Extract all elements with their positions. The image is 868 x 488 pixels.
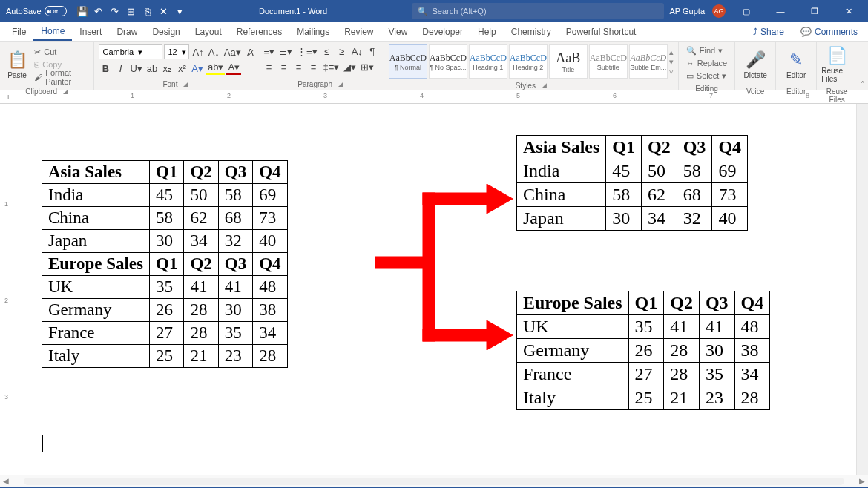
close-icon[interactable]: ✕ — [835, 0, 862, 22]
style-subtle-em[interactable]: AaBbCcDSubtle Em... — [629, 44, 668, 79]
styles-launcher-icon[interactable]: ◢ — [542, 82, 547, 90]
tab-developer[interactable]: Developer — [415, 22, 470, 41]
style-normal[interactable]: AaBbCcD¶ Normal — [389, 44, 427, 79]
tab-view[interactable]: View — [381, 22, 415, 41]
styles-more[interactable]: ▴▾▿ — [669, 47, 674, 76]
user-name[interactable]: AP Gupta — [670, 7, 706, 16]
tab-draw[interactable]: Draw — [109, 22, 145, 41]
line-spacing-icon[interactable]: ‡≡▾ — [321, 60, 341, 73]
page[interactable]: Asia SalesQ1Q2Q3Q4 India45505869 China58… — [19, 104, 868, 475]
europe-sales-table[interactable]: Europe SalesQ1Q2Q3Q4 UK35414148 Germany2… — [516, 291, 770, 410]
qat-more-icon[interactable]: ▾ — [175, 6, 185, 16]
redo-icon[interactable]: ↷ — [110, 6, 120, 16]
numbering-icon[interactable]: ≣▾ — [277, 44, 294, 58]
asia-header[interactable]: Asia Sales — [42, 161, 150, 184]
subscript-icon[interactable]: x₂ — [160, 62, 174, 75]
tab-layout[interactable]: Layout — [188, 22, 229, 41]
tab-insert[interactable]: Insert — [72, 22, 109, 41]
save-icon[interactable]: 💾 — [77, 6, 88, 16]
qat-icon-2[interactable]: ⎘ — [142, 6, 153, 16]
scroll-right-icon[interactable]: ▶ — [856, 477, 868, 485]
select-button[interactable]: ▭Select▾ — [683, 70, 730, 82]
share-button[interactable]: ⤴Share — [747, 27, 790, 37]
tab-powerful-shortcut[interactable]: Powerful Shortcut — [559, 22, 644, 41]
vertical-scrollbar[interactable] — [856, 104, 868, 475]
europe-header[interactable]: Europe Sales — [42, 253, 150, 276]
combined-sales-table[interactable]: Asia SalesQ1Q2Q3Q4 India45505869 China58… — [42, 160, 288, 368]
asia-sales-table[interactable]: Asia SalesQ1Q2Q3Q4 India45505869 China58… — [516, 135, 748, 231]
superscript-icon[interactable]: x² — [175, 62, 188, 75]
reuse-button[interactable]: 📄Reuse Files — [821, 44, 852, 85]
tab-home[interactable]: Home — [33, 22, 72, 41]
style-heading2[interactable]: AaBbCcDHeading 2 — [509, 44, 548, 79]
ruler-horizontal[interactable]: 1 2 3 4 5 6 7 8 — [19, 90, 868, 103]
tab-help[interactable]: Help — [470, 22, 504, 41]
format-painter-button[interactable]: 🖌Format Painter — [31, 71, 89, 83]
tab-references[interactable]: References — [229, 22, 289, 41]
font-size-select[interactable]: 12▾ — [164, 44, 189, 59]
title-bar: AutoSave ● Off 💾 ↶ ↷ ⊞ ⎘ ✕ ▾ Document1 -… — [0, 0, 868, 22]
qat-close-icon[interactable]: ✕ — [159, 6, 169, 16]
borders-icon[interactable]: ⊞▾ — [359, 60, 375, 73]
show-marks-icon[interactable]: ¶ — [366, 44, 379, 58]
highlight-icon[interactable]: ab▾ — [206, 62, 225, 75]
undo-icon[interactable]: ↶ — [93, 6, 104, 16]
find-button[interactable]: 🔍Find▾ — [683, 44, 730, 56]
collapse-ribbon-icon[interactable]: ˄ — [857, 42, 868, 90]
underline-icon[interactable]: U▾ — [128, 62, 143, 75]
sort-icon[interactable]: A↓ — [350, 44, 364, 58]
minimize-icon[interactable]: — — [767, 0, 794, 22]
style-subtitle[interactable]: AaBbCcDSubtitle — [589, 44, 628, 79]
scroll-left-icon[interactable]: ◀ — [0, 477, 12, 485]
change-case-icon[interactable]: Aa▾ — [223, 45, 243, 59]
qat-icon-1[interactable]: ⊞ — [126, 6, 137, 16]
clear-format-icon[interactable]: A̷ — [244, 45, 257, 59]
font-color-icon[interactable]: A▾ — [226, 62, 241, 75]
italic-icon[interactable]: I — [114, 62, 127, 75]
align-left-icon[interactable]: ≡ — [262, 60, 275, 73]
tab-file[interactable]: File — [4, 22, 33, 41]
cut-button[interactable]: ✂Cut — [31, 46, 89, 58]
comments-button[interactable]: 💬Comments — [795, 27, 864, 37]
shrink-font-icon[interactable]: A↓ — [207, 45, 221, 59]
font-label: Font◢ — [97, 79, 254, 90]
avatar[interactable]: AG — [712, 4, 726, 18]
style-heading1[interactable]: AaBbCcDHeading 1 — [469, 44, 507, 79]
shading-icon[interactable]: ◢▾ — [342, 60, 358, 73]
tab-chemistry[interactable]: Chemistry — [504, 22, 559, 41]
ribbon: 📋Paste ✂Cut ⎘Copy 🖌Format Painter Clipbo… — [0, 42, 868, 90]
multilevel-icon[interactable]: ⋮≡▾ — [295, 44, 319, 58]
increase-indent-icon[interactable]: ≥ — [335, 44, 349, 58]
group-reuse: 📄Reuse Files Reuse Files — [817, 42, 857, 90]
style-no-spacing[interactable]: AaBbCcD¶ No Spac... — [429, 44, 467, 79]
editor-button[interactable]: ✎Editor — [780, 44, 812, 85]
align-right-icon[interactable]: ≡ — [292, 60, 305, 73]
tab-review[interactable]: Review — [337, 22, 381, 41]
decrease-indent-icon[interactable]: ≤ — [320, 44, 334, 58]
svg-rect-2 — [423, 193, 490, 205]
tab-design[interactable]: Design — [145, 22, 187, 41]
bold-icon[interactable]: B — [99, 62, 112, 75]
editor-icon: ✎ — [789, 50, 803, 70]
text-effects-icon[interactable]: A▾ — [190, 62, 205, 75]
dictate-button[interactable]: 🎤Dictate — [740, 44, 771, 85]
search-box[interactable]: 🔍 Search (Alt+Q) — [412, 3, 664, 19]
ribbon-display-icon[interactable]: ▢ — [733, 0, 760, 22]
horizontal-scrollbar[interactable]: ◀ ▶ — [0, 475, 868, 487]
font-name-select[interactable]: Cambria▾ — [99, 44, 162, 59]
maximize-icon[interactable]: ❐ — [801, 0, 828, 22]
tab-mailings[interactable]: Mailings — [289, 22, 337, 41]
ruler-vertical[interactable]: 1 2 3 — [0, 104, 19, 475]
paragraph-launcher-icon[interactable]: ◢ — [338, 80, 343, 88]
bullets-icon[interactable]: ≡▾ — [262, 44, 276, 58]
justify-icon[interactable]: ≡ — [306, 60, 320, 73]
autosave-switch[interactable]: ● Off — [45, 6, 67, 16]
font-launcher-icon[interactable]: ◢ — [183, 80, 188, 88]
grow-font-icon[interactable]: A↑ — [191, 45, 205, 59]
style-title[interactable]: AaBTitle — [549, 44, 588, 79]
strikethrough-icon[interactable]: ab — [145, 62, 159, 75]
replace-button[interactable]: ↔Replace — [683, 57, 730, 69]
align-center-icon[interactable]: ≡ — [277, 60, 290, 73]
paste-button[interactable]: 📋Paste — [4, 44, 30, 85]
autosave-toggle[interactable]: AutoSave ● Off — [0, 6, 73, 16]
